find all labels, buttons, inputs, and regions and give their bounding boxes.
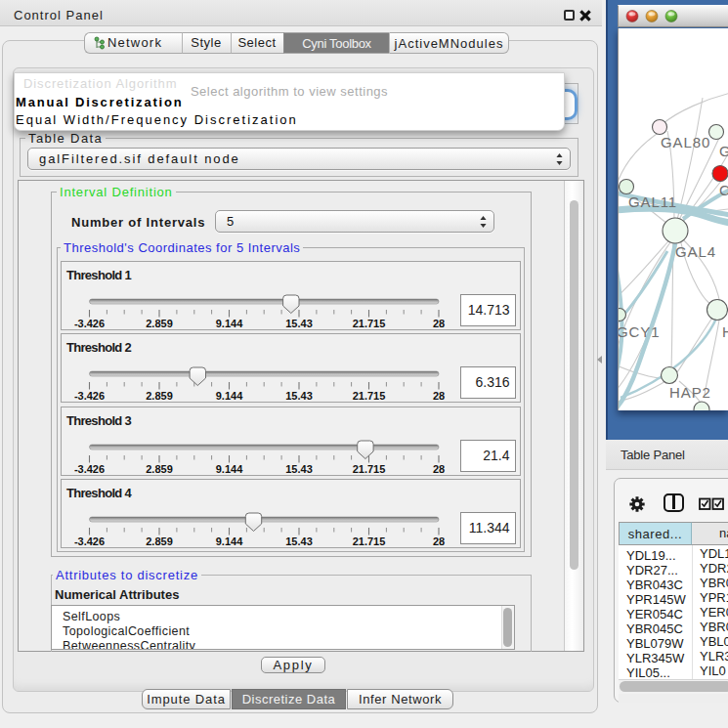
svg-text:28: 28 xyxy=(433,390,445,402)
svg-text:15.43: 15.43 xyxy=(285,463,313,475)
svg-text:G: G xyxy=(719,143,728,159)
svg-text:21.715: 21.715 xyxy=(353,535,386,547)
svg-text:28: 28 xyxy=(433,463,445,475)
svg-text:C: C xyxy=(719,182,728,198)
svg-text:H: H xyxy=(722,323,728,340)
svg-text:2.859: 2.859 xyxy=(146,463,173,475)
svg-text:15.43: 15.43 xyxy=(285,318,313,329)
svg-text:-3.426: -3.426 xyxy=(74,463,105,475)
svg-text:2.859: 2.859 xyxy=(146,535,173,547)
svg-text:GAL80: GAL80 xyxy=(661,134,710,150)
svg-text:2.859: 2.859 xyxy=(146,318,173,329)
svg-text:15.43: 15.43 xyxy=(285,535,313,547)
svg-text:GAL11: GAL11 xyxy=(628,193,677,210)
svg-text:21.715: 21.715 xyxy=(353,390,386,402)
svg-text:-3.426: -3.426 xyxy=(74,318,105,329)
svg-text:GAL4: GAL4 xyxy=(675,243,716,260)
svg-text:-3.426: -3.426 xyxy=(74,535,105,547)
svg-text:GCY1: GCY1 xyxy=(619,323,660,340)
svg-text:28: 28 xyxy=(433,535,445,547)
svg-text:-3.426: -3.426 xyxy=(74,390,105,402)
svg-text:21.715: 21.715 xyxy=(353,318,386,329)
svg-text:9.144: 9.144 xyxy=(216,463,243,475)
svg-text:21.715: 21.715 xyxy=(353,463,386,475)
svg-text:9.144: 9.144 xyxy=(216,390,243,402)
svg-text:9.144: 9.144 xyxy=(216,535,243,547)
svg-text:9.144: 9.144 xyxy=(216,318,243,329)
svg-text:2.859: 2.859 xyxy=(146,390,173,402)
svg-text:15.43: 15.43 xyxy=(285,390,313,402)
svg-text:28: 28 xyxy=(433,318,445,329)
svg-text:HAP2: HAP2 xyxy=(669,384,711,401)
